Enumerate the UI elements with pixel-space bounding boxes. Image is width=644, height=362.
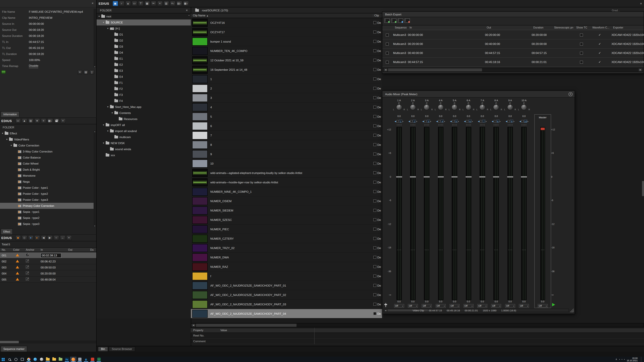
marker-color-icon[interactable] <box>16 272 19 274</box>
expander-icon[interactable] <box>5 138 8 141</box>
resize-grip[interactable] <box>570 309 574 312</box>
tree-item[interactable]: F2 <box>96 86 191 92</box>
scroll-left-icon[interactable]: ◀ <box>384 68 388 71</box>
channel-mode-dropdown[interactable]: Off▾ <box>408 304 418 308</box>
taskbar-clock[interactable]: 20:00 15.10.2021 <box>627 357 638 362</box>
channel-left-arrow-icon[interactable]: ◀ <box>436 120 438 122</box>
clip-row[interactable]: NUMER_PIEC De <box>191 225 382 234</box>
channel-number-button[interactable]: 7 <box>482 120 486 123</box>
fader-handle[interactable] <box>438 176 444 178</box>
clip-row[interactable]: 4 De <box>191 103 382 112</box>
channel-number-button[interactable]: 6 <box>468 120 472 123</box>
next-marker-icon[interactable]: ▶ <box>47 235 52 240</box>
clip-row[interactable]: 2 De <box>191 84 382 93</box>
property-row[interactable]: Comment <box>191 339 644 344</box>
clip-row[interactable]: 1 De <box>191 74 382 84</box>
tree-scroll-up-icon[interactable]: ▲ <box>188 14 190 18</box>
marker-column-label[interactable]: Anchor <box>24 248 39 251</box>
effect-scrollbar[interactable]: ▲▼ <box>94 130 96 227</box>
channel-left-arrow-icon[interactable]: ◀ <box>520 120 521 122</box>
effect-tree-item[interactable]: Color Correction <box>0 142 94 148</box>
effect-tree-item[interactable]: Poster Color : type2 <box>0 191 94 197</box>
batch-column-label[interactable]: Exporter <box>610 26 644 29</box>
effect-tree-item[interactable]: Primary Color Correction <box>0 203 94 209</box>
clip-row[interactable]: wild-animals—hostile-tiger-roar by selko… <box>191 178 382 187</box>
effect-tree-item[interactable]: Poster Color : type1 <box>0 185 94 191</box>
channel-right-arrow-icon[interactable]: ▸ <box>402 120 404 122</box>
effect-tree-item[interactable]: Color Wheel <box>0 161 94 167</box>
detail-view-icon[interactable]: ▤ <box>84 70 88 74</box>
expander-icon[interactable] <box>10 144 13 147</box>
fader-track[interactable] <box>410 127 416 300</box>
row-checkbox[interactable] <box>386 60 388 63</box>
search-button[interactable] <box>6 357 13 362</box>
capture-icon[interactable]: ▩ <box>144 1 150 6</box>
clip-row[interactable]: 10 De <box>191 159 382 168</box>
marker-time-icon[interactable]: ○ <box>54 235 59 240</box>
channel-mode-dropdown[interactable]: Off▾ <box>464 304 474 308</box>
red-app-icon[interactable] <box>89 357 96 362</box>
clip-row[interactable]: 6 De <box>191 121 382 131</box>
pan-knob[interactable] <box>493 104 499 110</box>
bin-window-icon[interactable]: ▣ <box>112 1 118 6</box>
marker-column-label[interactable]: In <box>39 248 66 251</box>
volume-icon[interactable]: ▪ <box>622 358 622 360</box>
effect-tree-item[interactable]: Monotone <box>0 173 94 179</box>
clip-row[interactable]: 8 De <box>191 140 382 149</box>
tree-item[interactable]: [H:] <box>96 25 191 31</box>
tree-item[interactable]: multicam <box>96 134 191 140</box>
show-tc-checkbox[interactable] <box>580 51 583 54</box>
row-checkbox[interactable] <box>386 33 388 36</box>
view-thumbnail-icon[interactable]: ▦▾ <box>183 1 189 6</box>
tree-item[interactable]: E3 <box>96 68 191 74</box>
folder-view-icon[interactable]: ▭ <box>15 118 21 123</box>
fader-track[interactable] <box>424 127 430 300</box>
channel-monitor-icon[interactable] <box>466 120 468 122</box>
clip-checkbox[interactable] <box>373 171 376 174</box>
settings-icon[interactable]: ∗ <box>34 118 40 123</box>
channel-mode-dropdown[interactable]: Off▾ <box>519 304 529 308</box>
tree-item[interactable]: D1 <box>96 31 191 37</box>
clip-checkbox[interactable] <box>373 59 376 62</box>
fader-handle[interactable] <box>451 176 458 178</box>
tree-item[interactable]: xxx <box>96 152 191 158</box>
tree-item[interactable]: sound winda <box>96 146 191 152</box>
fader-track[interactable] <box>396 127 402 300</box>
channel-number-button[interactable]: 1 <box>399 120 402 123</box>
clip-checkbox[interactable] <box>373 143 376 146</box>
edius-icon[interactable] <box>70 357 76 362</box>
clip-row[interactable]: NUMER_SIEDEM De <box>191 206 382 215</box>
clip-checkbox[interactable] <box>373 190 376 193</box>
tree-item[interactable]: F4 <box>96 98 191 104</box>
anchor-checkbox[interactable] <box>26 272 29 275</box>
export-icon[interactable]: ▲ <box>125 1 131 6</box>
expander-icon[interactable] <box>111 112 114 114</box>
folder-icon[interactable] <box>51 357 57 362</box>
channel-monitor-icon[interactable] <box>410 120 413 122</box>
tab-effect[interactable]: Effect <box>1 229 13 234</box>
clip-row[interactable]: AF_WO_ODC_2_NAJDROZSZE_SAMOCHODY_PART_04… <box>191 309 382 319</box>
channel-monitor-icon[interactable] <box>438 120 440 122</box>
clip-row[interactable]: 5 De <box>191 112 382 121</box>
channel-left-arrow-icon[interactable]: ◀ <box>492 120 493 122</box>
tree-item[interactable]: import all soubnd <box>96 128 191 134</box>
channel-mode-dropdown[interactable]: Off▾ <box>477 304 487 308</box>
view-list-icon[interactable]: ≡▾ <box>170 1 175 6</box>
clip-row[interactable]: NUMER_SZESC De <box>191 215 382 225</box>
clip-row[interactable]: f De <box>191 272 382 281</box>
clip-row[interactable]: wild-animals—agitated-elephant-trumpetin… <box>191 168 382 178</box>
effect-tree-item[interactable]: Sepia : type2 <box>0 215 94 221</box>
clip-checkbox[interactable] <box>373 77 376 80</box>
channel-right-arrow-icon[interactable]: ▸ <box>500 120 500 122</box>
channel-number-button[interactable]: 8 <box>496 120 499 123</box>
channel-left-arrow-icon[interactable]: ◀ <box>394 120 396 122</box>
view-detail-icon[interactable]: ▤▾ <box>176 1 182 6</box>
tree-item[interactable]: F3 <box>96 92 191 98</box>
pan-knob[interactable] <box>410 104 416 110</box>
pan-knob[interactable] <box>507 104 513 110</box>
marker-hscrollbar[interactable] <box>0 341 96 344</box>
text-tool-icon[interactable]: T <box>138 1 144 6</box>
edge-icon[interactable] <box>32 357 38 362</box>
master-mode-dropdown[interactable]: Off▾ <box>538 304 548 308</box>
add-marker-icon[interactable]: ◆ <box>15 235 21 240</box>
